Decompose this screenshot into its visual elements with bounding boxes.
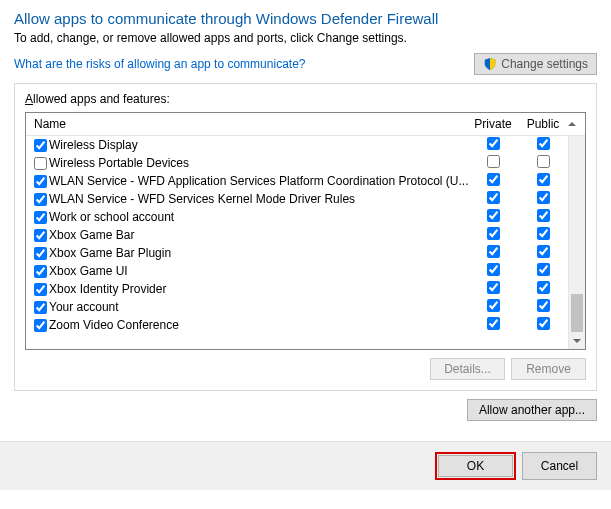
table-row[interactable]: Zoom Video Conference	[26, 316, 568, 334]
row-name-label: Xbox Game UI	[49, 264, 128, 278]
row-enable-checkbox[interactable]	[34, 193, 47, 206]
row-public-checkbox[interactable]	[537, 317, 550, 330]
row-public-checkbox[interactable]	[537, 191, 550, 204]
row-private-checkbox[interactable]	[487, 245, 500, 258]
table-row[interactable]: Xbox Game UI	[26, 262, 568, 280]
row-name-label: WLAN Service - WFD Application Services …	[49, 174, 468, 188]
allowed-apps-group: Allowed apps and features: Name Private …	[14, 83, 597, 391]
row-public-checkbox[interactable]	[537, 137, 550, 150]
table-row[interactable]: Work or school account	[26, 208, 568, 226]
row-enable-checkbox[interactable]	[34, 175, 47, 188]
row-private-checkbox[interactable]	[487, 173, 500, 186]
page-title: Allow apps to communicate through Window…	[14, 10, 597, 27]
row-public-checkbox[interactable]	[537, 263, 550, 276]
shield-icon	[483, 57, 497, 71]
scrollbar-track[interactable]	[569, 136, 585, 332]
ok-highlight: OK	[435, 452, 516, 480]
col-header-private[interactable]: Private	[468, 117, 518, 131]
col-header-name[interactable]: Name	[26, 117, 468, 131]
row-public-checkbox[interactable]	[537, 155, 550, 168]
table-row[interactable]: Xbox Identity Provider	[26, 280, 568, 298]
row-name-label: WLAN Service - WFD Services Kernel Mode …	[49, 192, 355, 206]
scrollbar[interactable]	[568, 136, 585, 349]
table-row[interactable]: WLAN Service - WFD Application Services …	[26, 172, 568, 190]
details-button[interactable]: Details...	[430, 358, 505, 380]
row-name-label: Zoom Video Conference	[49, 318, 179, 332]
allow-another-app-button[interactable]: Allow another app...	[467, 399, 597, 421]
change-settings-button[interactable]: Change settings	[474, 53, 597, 75]
row-enable-checkbox[interactable]	[34, 265, 47, 278]
row-private-checkbox[interactable]	[487, 137, 500, 150]
row-private-checkbox[interactable]	[487, 281, 500, 294]
list-header: Name Private Public	[26, 113, 585, 136]
table-row[interactable]: Xbox Game Bar	[26, 226, 568, 244]
table-row[interactable]: Your account	[26, 298, 568, 316]
row-enable-checkbox[interactable]	[34, 139, 47, 152]
cancel-button[interactable]: Cancel	[522, 452, 597, 480]
table-row[interactable]: WLAN Service - WFD Services Kernel Mode …	[26, 190, 568, 208]
table-row[interactable]: Wireless Portable Devices	[26, 154, 568, 172]
table-row[interactable]: Wireless Display	[26, 136, 568, 154]
row-name-label: Xbox Game Bar	[49, 228, 134, 242]
row-name-label: Work or school account	[49, 210, 174, 224]
row-private-checkbox[interactable]	[487, 155, 500, 168]
row-name-label: Your account	[49, 300, 119, 314]
col-header-scroll-up[interactable]	[568, 117, 585, 131]
row-private-checkbox[interactable]	[487, 191, 500, 204]
apps-list: Name Private Public Wireless DisplayWire…	[25, 112, 586, 350]
row-enable-checkbox[interactable]	[34, 319, 47, 332]
col-header-public[interactable]: Public	[518, 117, 568, 131]
dialog-footer: OK Cancel	[0, 441, 611, 490]
row-enable-checkbox[interactable]	[34, 247, 47, 260]
row-name-label: Xbox Game Bar Plugin	[49, 246, 171, 260]
risks-link[interactable]: What are the risks of allowing an app to…	[14, 57, 305, 71]
remove-button[interactable]: Remove	[511, 358, 586, 380]
row-public-checkbox[interactable]	[537, 281, 550, 294]
row-private-checkbox[interactable]	[487, 317, 500, 330]
change-settings-label: Change settings	[501, 57, 588, 71]
row-name-label: Xbox Identity Provider	[49, 282, 166, 296]
row-public-checkbox[interactable]	[537, 227, 550, 240]
row-enable-checkbox[interactable]	[34, 157, 47, 170]
row-enable-checkbox[interactable]	[34, 283, 47, 296]
row-private-checkbox[interactable]	[487, 209, 500, 222]
row-public-checkbox[interactable]	[537, 299, 550, 312]
row-enable-checkbox[interactable]	[34, 229, 47, 242]
row-private-checkbox[interactable]	[487, 299, 500, 312]
page-subtitle: To add, change, or remove allowed apps a…	[14, 31, 597, 45]
row-name-label: Wireless Portable Devices	[49, 156, 189, 170]
row-enable-checkbox[interactable]	[34, 301, 47, 314]
row-public-checkbox[interactable]	[537, 245, 550, 258]
row-name-label: Wireless Display	[49, 138, 138, 152]
row-public-checkbox[interactable]	[537, 209, 550, 222]
table-row[interactable]: Xbox Game Bar Plugin	[26, 244, 568, 262]
row-private-checkbox[interactable]	[487, 263, 500, 276]
row-private-checkbox[interactable]	[487, 227, 500, 240]
group-title: Allowed apps and features:	[25, 92, 586, 106]
scrollbar-thumb[interactable]	[571, 294, 583, 332]
row-enable-checkbox[interactable]	[34, 211, 47, 224]
row-public-checkbox[interactable]	[537, 173, 550, 186]
scroll-down-button[interactable]	[569, 332, 585, 349]
ok-button[interactable]: OK	[438, 455, 513, 477]
